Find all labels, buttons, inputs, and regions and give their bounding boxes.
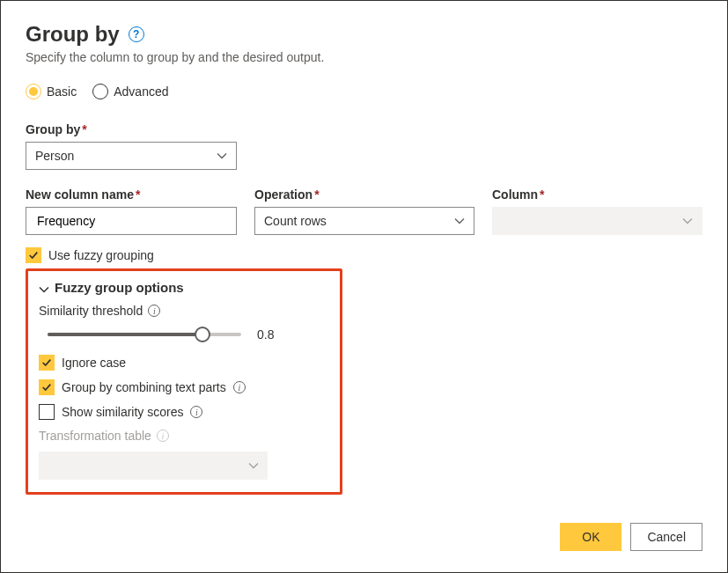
show-scores-checkbox[interactable] [39, 404, 55, 420]
groupby-value: Person [35, 149, 74, 163]
operation-value: Count rows [264, 214, 327, 228]
chevron-down-icon [39, 283, 49, 293]
operation-label: Operation* [254, 187, 474, 202]
fuzzy-options-panel: Fuzzy group options Similarity threshold… [26, 268, 342, 495]
column-select [492, 207, 702, 235]
similarity-label-row: Similarity threshold i [39, 304, 329, 318]
slider-fill [48, 333, 202, 336]
mode-advanced-radio[interactable]: Advanced [92, 84, 168, 99]
mode-advanced-label: Advanced [114, 84, 168, 99]
transformation-table-label: Transformation table [39, 429, 151, 443]
ignore-case-row[interactable]: Ignore case [39, 355, 329, 371]
similarity-label: Similarity threshold [39, 304, 143, 318]
column-label: Column* [492, 187, 702, 202]
radio-selected-icon [26, 84, 41, 99]
ok-button[interactable]: OK [560, 523, 621, 551]
newcol-input-field[interactable] [35, 208, 227, 234]
help-icon[interactable]: ? [129, 26, 144, 42]
use-fuzzy-checkbox[interactable] [26, 247, 41, 263]
transformation-table-label-row: Transformation table i [39, 429, 329, 443]
chevron-down-icon [454, 216, 465, 226]
info-icon: i [157, 430, 169, 442]
operation-select[interactable]: Count rows [254, 207, 474, 235]
chevron-down-icon [248, 460, 259, 471]
mode-basic-label: Basic [47, 84, 77, 99]
combine-parts-label: Group by combining text parts [62, 380, 226, 394]
combine-parts-row[interactable]: Group by combining text parts i [39, 379, 329, 395]
chevron-down-icon [682, 216, 693, 226]
ignore-case-checkbox[interactable] [39, 355, 55, 371]
mode-radio-group: Basic Advanced [26, 84, 702, 99]
info-icon[interactable]: i [148, 305, 160, 317]
dialog-footer: OK Cancel [560, 523, 702, 551]
use-fuzzy-row[interactable]: Use fuzzy grouping [26, 247, 702, 263]
ignore-case-label: Ignore case [62, 356, 126, 370]
radio-unselected-icon [92, 84, 108, 99]
cancel-button[interactable]: Cancel [630, 523, 702, 551]
groupby-label: Group by* [26, 122, 702, 136]
info-icon[interactable]: i [233, 381, 246, 393]
fuzzy-options-expander[interactable]: Fuzzy group options [39, 280, 329, 295]
combine-parts-checkbox[interactable] [39, 379, 55, 395]
groupby-select[interactable]: Person [26, 142, 237, 170]
newcol-input[interactable] [26, 207, 237, 235]
mode-basic-radio[interactable]: Basic [26, 84, 77, 99]
group-by-dialog: Group by ? Specify the column to group b… [0, 0, 728, 573]
dialog-title: Group by [26, 22, 120, 47]
chevron-down-icon [217, 151, 227, 161]
newcol-label: New column name* [26, 187, 237, 202]
similarity-value: 0.8 [257, 327, 274, 342]
show-scores-label: Show similarity scores [62, 405, 183, 419]
show-scores-row[interactable]: Show similarity scores i [39, 404, 329, 420]
fuzzy-options-title: Fuzzy group options [55, 280, 184, 295]
slider-thumb[interactable] [195, 327, 210, 342]
dialog-subtitle: Specify the column to group by and the d… [26, 50, 702, 64]
similarity-slider[interactable] [48, 327, 241, 342]
transformation-table-select[interactable] [39, 452, 268, 480]
use-fuzzy-label: Use fuzzy grouping [48, 248, 154, 262]
info-icon[interactable]: i [190, 406, 202, 418]
